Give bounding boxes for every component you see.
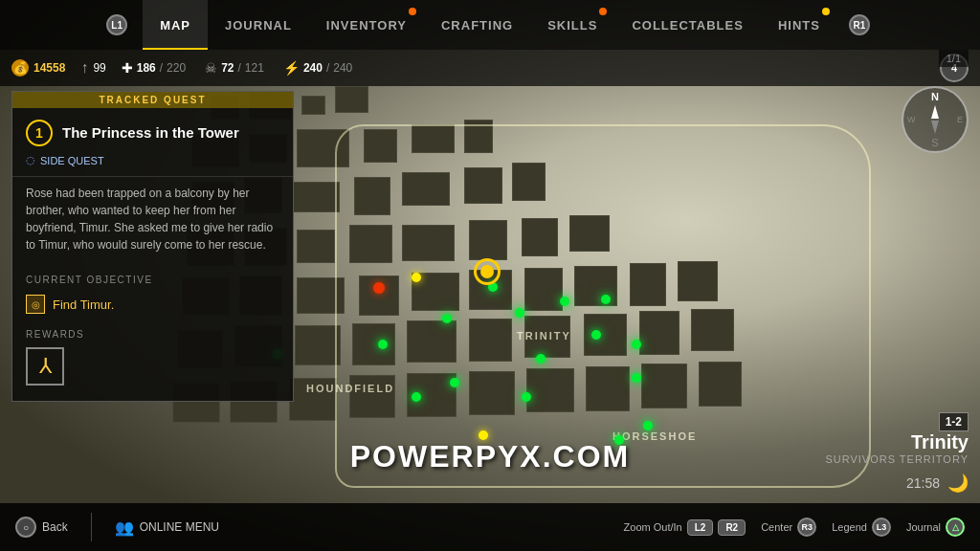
l1-button[interactable]: L1 [106,14,127,35]
territory-subtitle: SURVIVORS TERRITORY [825,453,969,465]
inventory-badge [409,8,416,15]
level-badge: 1-2 [939,412,969,431]
map-marker-12 [536,354,546,364]
quest-description: Rose had been trapped on a balcony by he… [12,176,293,267]
compass: N S E W [902,86,969,153]
compass-south: S [931,137,938,148]
map-marker-1 [378,340,388,349]
yellow-marker-2 [479,430,488,440]
map-marker-2 [442,314,452,323]
legend-control: Legend L3 [832,518,891,537]
quest-panel: TRACKED QUEST 1 The Princess in the Towe… [11,91,294,402]
zone-horseshoe: HORSESHOE [612,430,697,442]
map-marker-7 [601,295,611,304]
online-icon: 👥 [115,518,134,537]
tracked-quest-label: TRACKED QUEST [12,92,293,108]
compass-ring: N S E W [902,86,969,153]
compass-needle-south [931,121,939,134]
online-menu-button[interactable]: 👥 ONLINE MENU [115,518,219,537]
tab-journal[interactable]: JOURNAL [208,0,309,50]
map-marker-14 [450,378,459,387]
quest-title: The Princess in the Tower [62,124,239,142]
nav-left-btn[interactable]: L1 [95,0,143,50]
map-marker-8 [632,340,641,349]
map-marker-13 [522,392,531,402]
l2-button[interactable]: L2 [687,519,714,536]
map-marker-6 [591,330,601,340]
back-btn-circle[interactable]: ○ [15,517,36,538]
territory-level: 1-2 [825,412,969,431]
bottom-controls: Zoom Out/In L2 R2 Center R3 Legend L3 Jo… [624,518,965,537]
health-icon: ✚ [122,60,133,76]
bottom-bar: ○ Back 👥 ONLINE MENU Zoom Out/In L2 R2 C… [0,503,980,551]
hints-badge [822,8,830,15]
arrows-display: ↑ 99 [80,59,105,77]
tab-hints[interactable]: HINTS [761,0,837,50]
quest-marker [474,258,501,285]
zone-trinity: TRINITY [517,330,571,342]
coin-icon: 💰 [11,59,29,77]
quest-number: 1 [26,120,53,146]
zone-houndfield: HOUNDFIELD [306,383,394,394]
energy-stat: ⚡ 240 / 240 [283,60,352,76]
moon-icon: 🌙 [947,473,969,494]
hud-bar: 💰 14558 ↑ 99 ✚ 186 / 220 ☠ 72 / 121 ⚡ 24… [0,50,980,86]
coins-display: 💰 14558 [11,59,65,77]
divider [91,513,92,541]
compass-north: N [931,91,939,102]
r2-button[interactable]: R2 [718,519,746,536]
l3-button[interactable]: L3 [872,518,891,537]
stamina-stat: ☠ 72 / 121 [205,60,264,76]
compass-west: W [907,115,916,124]
time-panel: 21:58 🌙 [906,473,969,494]
r1-button[interactable]: R1 [849,14,870,35]
nav-right-btn[interactable]: R1 [837,0,885,50]
objective-icon: ◎ [26,295,45,314]
tab-inventory[interactable]: INVENTORY [309,0,424,50]
nav-tabs: MAP JOURNAL INVENTORY CRAFTING SKILLS CO… [143,0,837,50]
health-stat: ✚ 186 / 220 [122,60,186,76]
map-marker-5 [560,297,569,306]
side-quest-icon: ◌ [26,154,35,166]
game-time: 21:58 [906,475,940,491]
arrow-icon: ↑ [80,59,88,77]
map-marker-15 [412,392,421,402]
rewards-label: REWARDS [12,318,293,347]
territory-panel: 1-2 Trinity SURVIVORS TERRITORY [825,412,969,465]
tab-crafting[interactable]: CRAFTING [424,0,530,50]
center-control: Center R3 [761,518,816,537]
objective-label: CURRENT OBJECTIVE [12,267,293,291]
compass-needle-north [931,105,939,119]
triangle-button[interactable]: △ [946,518,965,537]
tab-skills[interactable]: SKILLS [530,0,614,50]
map-marker-4 [515,308,524,318]
map-marker-9 [632,373,641,383]
map-marker-10 [643,421,653,430]
hud-stats: ✚ 186 / 220 ☠ 72 / 121 ⚡ 240 / 240 [122,60,353,76]
zoom-control: Zoom Out/In L2 R2 [624,519,746,536]
r3-button[interactable]: R3 [797,518,816,537]
energy-icon: ⚡ [283,60,300,76]
quest-header: 1 The Princess in the Tower [12,108,293,154]
objective-item: ◎ Find Timur. [12,291,293,318]
compass-east: E [957,115,963,124]
journal-control: Journal △ [906,518,965,537]
page-indicator: 1/1 [939,50,969,67]
top-navigation: L1 MAP JOURNAL INVENTORY CRAFTING SKILLS… [0,0,980,50]
reward-symbol: ⅄ [39,354,52,379]
reward-item: ⅄ [26,347,64,386]
enemy-marker [373,282,385,294]
back-button[interactable]: ○ Back [15,517,68,538]
stamina-icon: ☠ [205,60,217,76]
quest-type: ◌ SIDE QUEST [12,154,293,176]
tab-collectables[interactable]: COLLECTABLES [614,0,760,50]
tab-map[interactable]: MAP [143,0,208,50]
territory-name: Trinity [825,431,969,453]
yellow-marker-1 [412,273,421,282]
skills-badge [599,8,607,15]
map-marker-11 [614,435,624,445]
